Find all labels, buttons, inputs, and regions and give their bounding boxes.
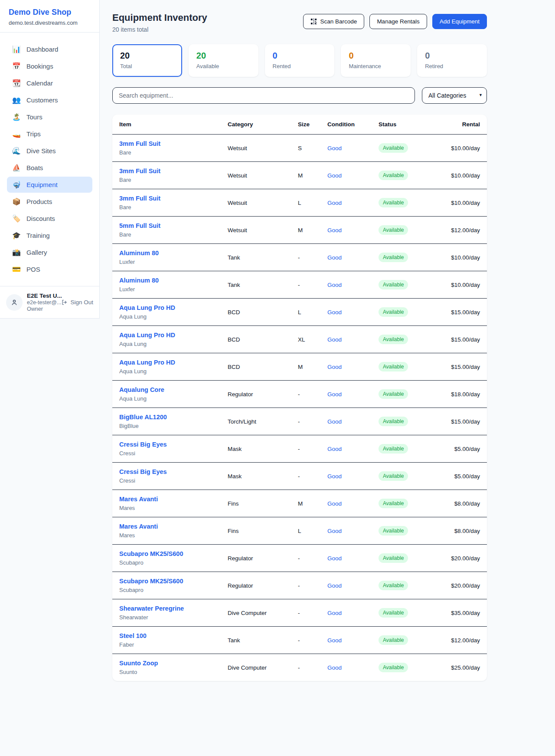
add-equipment-button[interactable]: Add Equipment [432,14,487,29]
item-condition-link[interactable]: Good [327,610,379,616]
sidebar-item-training[interactable]: 🎓 Training [7,227,92,243]
category-select[interactable]: All Categories [422,87,487,104]
item-condition-link[interactable]: Good [327,172,379,179]
item-name-link[interactable]: Scubapro MK25/S600 [119,550,228,557]
status-badge: Available [379,526,408,536]
sidebar-item-calendar[interactable]: 📆 Calendar [7,75,92,91]
item-rental-price: $15.00/day [448,336,480,343]
item-condition-link[interactable]: Good [327,282,379,288]
item-condition-link[interactable]: Good [327,418,379,425]
item-name-link[interactable]: Cressi Big Eyes [119,468,228,475]
item-rental-price: $5.00/day [448,446,480,452]
scan-barcode-button[interactable]: Scan Barcode [303,14,365,29]
item-condition-link[interactable]: Good [327,227,379,233]
item-name-link[interactable]: Shearwater Peregrine [119,605,228,612]
sidebar-item-equipment[interactable]: 🤿 Equipment [7,177,92,193]
search-input[interactable] [112,87,415,104]
stat-card-available[interactable]: 20 Available [189,44,258,77]
gallery-icon: 📸 [12,248,21,256]
item-condition-link[interactable]: Good [327,500,379,507]
item-name-link[interactable]: Aqua Lung Pro HD [119,359,228,366]
item-condition-link[interactable]: Good [327,473,379,480]
sidebar-item-label: Bookings [26,62,53,70]
item-condition-link[interactable]: Good [327,254,379,261]
item-name-link[interactable]: Scubapro MK25/S600 [119,578,228,585]
item-condition-link[interactable]: Good [327,309,379,316]
sidebar-item-tours[interactable]: 🏝️ Tours [7,109,92,125]
item-name-link[interactable]: Aqualung Core [119,386,228,393]
item-rental-price: $8.00/day [448,500,480,507]
item-condition-link[interactable]: Good [327,364,379,370]
item-name-link[interactable]: Aqua Lung Pro HD [119,304,228,311]
item-name-link[interactable]: Cressi Big Eyes [119,441,228,448]
sidebar: Demo Dive Shop demo.test.divestreams.com… [0,0,100,319]
items-total: 20 items total [112,26,207,33]
item-rental-price: $12.00/day [448,227,480,233]
item-name-link[interactable]: Aqua Lung Pro HD [119,332,228,339]
sign-out-button[interactable]: Sign Out [61,299,93,306]
item-name-link[interactable]: 3mm Full Suit [119,140,228,147]
status-badge: Available [379,335,408,344]
sidebar-item-discounts[interactable]: 🏷️ Discounts [7,210,92,227]
item-rental-price: $10.00/day [448,145,480,151]
discounts-icon: 🏷️ [12,214,21,223]
item-size: L [298,528,327,534]
item-name-link[interactable]: Steel 100 [119,632,228,639]
item-name-link[interactable]: 5mm Full Suit [119,222,228,229]
item-name-link[interactable]: Aluminum 80 [119,250,228,256]
item-rental-price: $15.00/day [448,309,480,316]
add-equipment-label: Add Equipment [440,18,480,25]
sidebar-user-footer: E2E Test U... e2e-tester@... Owner Sign … [0,286,99,318]
stat-card-retired[interactable]: 0 Retired [417,44,487,77]
item-category: Regulator [228,555,298,562]
stat-card-rented[interactable]: 0 Rented [265,44,335,77]
person-icon [10,299,18,306]
item-name-link[interactable]: 3mm Full Suit [119,168,228,174]
item-condition-link[interactable]: Good [327,555,379,562]
item-rental-price: $10.00/day [448,282,480,288]
tours-icon: 🏝️ [12,113,21,121]
sidebar-item-gallery[interactable]: 📸 Gallery [7,244,92,260]
status-badge: Available [379,608,408,618]
item-name-link[interactable]: Suunto Zoop [119,660,228,667]
status-badge: Available [379,471,408,481]
item-condition-link[interactable]: Good [327,200,379,206]
manage-rentals-button[interactable]: Manage Rentals [369,14,427,29]
item-condition-link[interactable]: Good [327,391,379,398]
main-area: Equipment Inventory 20 items total [100,0,487,694]
item-name-link[interactable]: 3mm Full Suit [119,195,228,202]
item-condition-link[interactable]: Good [327,664,379,671]
item-condition-link[interactable]: Good [327,637,379,644]
sidebar-item-dashboard[interactable]: 📊 Dashboard [7,41,92,57]
user-meta: E2E Test U... e2e-tester@... Owner [27,293,57,312]
item-name-link[interactable]: Mares Avanti [119,496,228,503]
item-category: Wetsuit [228,172,298,179]
item-condition-link[interactable]: Good [327,446,379,452]
item-size: - [298,446,327,452]
page-title: Equipment Inventory [112,12,207,23]
dive-sites-icon: 🌊 [12,147,21,155]
sidebar-nav: 📊 Dashboard 📅 Bookings 📆 Calendar 👥 Cust… [0,33,99,286]
sidebar-item-pos[interactable]: 💳 POS [7,261,92,277]
item-name-link[interactable]: Mares Avanti [119,523,228,530]
stat-card-total[interactable]: 20 Total [112,44,182,77]
sidebar-item-boats[interactable]: ⛵ Boats [7,160,92,176]
sidebar-item-customers[interactable]: 👥 Customers [7,92,92,108]
item-category: Dive Computer [228,610,298,616]
item-condition-link[interactable]: Good [327,582,379,589]
item-condition-link[interactable]: Good [327,145,379,151]
item-name-link[interactable]: Aluminum 80 [119,277,228,284]
item-size: - [298,254,327,261]
status-badge: Available [379,663,408,672]
filters-row: All Categories ▼ [112,87,487,104]
user-email: e2e-tester@... [27,299,57,306]
sidebar-item-bookings[interactable]: 📅 Bookings [7,58,92,74]
sidebar-item-trips[interactable]: 🚤 Trips [7,126,92,142]
item-condition-link[interactable]: Good [327,336,379,343]
item-condition-link[interactable]: Good [327,528,379,534]
stat-card-maintenance[interactable]: 0 Maintenance [341,44,411,77]
sidebar-item-products[interactable]: 📦 Products [7,194,92,210]
sidebar-item-dive-sites[interactable]: 🌊 Dive Sites [7,143,92,159]
item-category: Tank [228,637,298,644]
item-name-link[interactable]: BigBlue AL1200 [119,414,228,421]
